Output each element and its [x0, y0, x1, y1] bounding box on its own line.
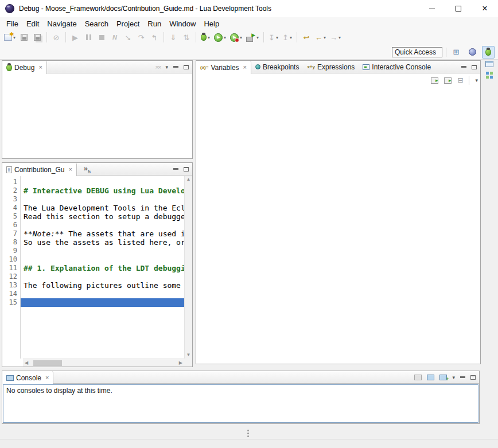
- show-type-names-icon[interactable]: [431, 77, 438, 84]
- code-line[interactable]: [21, 221, 184, 229]
- back-button[interactable]: ←▾: [313, 31, 328, 44]
- minimize-view-icon[interactable]: [173, 168, 178, 170]
- tab-console[interactable]: Console ×: [2, 371, 53, 384]
- close-tab-icon[interactable]: ×: [68, 166, 72, 173]
- drop-to-frame-button[interactable]: ⇓: [167, 31, 180, 44]
- step-into-button[interactable]: ↘: [122, 31, 134, 44]
- minimize-view-icon[interactable]: [173, 66, 178, 68]
- collapse-all-icon[interactable]: ⊟: [457, 77, 463, 84]
- open-perspective-button[interactable]: ⊞: [450, 46, 462, 59]
- code-line[interactable]: The following pictures outline some o: [21, 281, 184, 290]
- tab-expressions[interactable]: x+y Expressions: [303, 61, 359, 73]
- minimize-view-icon[interactable]: [461, 66, 466, 68]
- ldt-perspective-button[interactable]: [466, 46, 478, 59]
- editor-horizontal-scrollbar[interactable]: ◀ ▶: [23, 359, 184, 367]
- scroll-down-icon[interactable]: ▼: [186, 353, 191, 357]
- resume-button[interactable]: ▶: [69, 31, 81, 44]
- line-number[interactable]: 8: [2, 238, 20, 247]
- maximize-view-icon[interactable]: [472, 65, 477, 69]
- next-annotation-button[interactable]: ↧▾: [267, 31, 280, 44]
- code-line[interactable]: So use the assets as listed here, or y: [21, 238, 184, 247]
- line-number[interactable]: 4: [2, 204, 20, 212]
- tab-breakpoints[interactable]: Breakpoints: [251, 61, 303, 73]
- menu-search[interactable]: Search: [81, 18, 112, 29]
- tab-contribution-guide[interactable]: Contribution_Gu ×: [2, 163, 77, 176]
- remove-terminated-icon[interactable]: ××: [155, 64, 161, 71]
- line-number[interactable]: 15: [2, 298, 20, 307]
- menu-help[interactable]: Help: [200, 18, 223, 29]
- open-console-icon[interactable]: [439, 375, 447, 380]
- close-tab-icon[interactable]: ×: [45, 375, 49, 381]
- editor-lines[interactable]: # Interactive DEBUG using Lua Develop Th…: [21, 176, 184, 359]
- run-button[interactable]: ▾: [212, 31, 228, 44]
- code-line[interactable]: [21, 178, 184, 186]
- menu-run[interactable]: Run: [143, 18, 165, 29]
- code-line[interactable]: Read this section to setup a debugger: [21, 212, 184, 221]
- menu-project[interactable]: Project: [112, 18, 143, 29]
- code-line[interactable]: [21, 255, 184, 264]
- last-edit-location-button[interactable]: ↩: [300, 31, 313, 44]
- line-number[interactable]: 10: [2, 255, 20, 264]
- code-line[interactable]: [21, 195, 184, 204]
- close-tab-icon[interactable]: ×: [243, 64, 247, 71]
- line-number[interactable]: 7: [2, 229, 20, 238]
- close-window-button[interactable]: ×: [472, 0, 498, 17]
- view-menu-icon[interactable]: ▾: [165, 64, 168, 70]
- maximize-window-button[interactable]: [445, 0, 472, 17]
- scroll-up-icon[interactable]: ▲: [186, 177, 191, 182]
- step-return-button[interactable]: ↰: [148, 31, 161, 44]
- editor-tab-overflow[interactable]: »5: [84, 164, 91, 174]
- scrollbar-thumb[interactable]: [33, 360, 62, 366]
- code-line[interactable]: ## 1. Explanation of the LDT debuggin: [21, 264, 184, 272]
- line-number[interactable]: 3: [2, 195, 20, 204]
- code-line[interactable]: [21, 290, 184, 298]
- outline-view-icon[interactable]: [486, 72, 493, 79]
- editor-text-area[interactable]: 123456789101112131415 # Interactive DEBU…: [2, 176, 184, 359]
- line-number[interactable]: 2: [2, 186, 20, 195]
- previous-annotation-button[interactable]: ↥▾: [281, 31, 294, 44]
- line-number[interactable]: 9: [2, 247, 20, 255]
- console-content[interactable]: No consoles to display at this time.: [3, 384, 478, 423]
- line-number[interactable]: 12: [2, 272, 20, 281]
- code-line[interactable]: **Note:** The assets that are used in: [21, 229, 184, 238]
- save-all-button[interactable]: [31, 31, 44, 44]
- dropdown-icon[interactable]: ▾: [452, 375, 455, 380]
- code-line[interactable]: [21, 298, 184, 307]
- new-button[interactable]: ▾: [2, 31, 17, 44]
- external-tools-button[interactable]: ▾: [244, 31, 260, 44]
- debug-perspective-button[interactable]: [482, 46, 495, 59]
- display-selected-console-icon[interactable]: [427, 375, 434, 380]
- menu-window[interactable]: Window: [165, 18, 200, 29]
- code-line[interactable]: The Lua Development Tools in the Ecli: [21, 204, 184, 212]
- line-number[interactable]: 6: [2, 221, 20, 229]
- use-step-filters-button[interactable]: ⇅: [180, 31, 193, 44]
- debug-view-content[interactable]: [2, 74, 192, 158]
- terminate-button[interactable]: [95, 31, 108, 44]
- maximize-view-icon[interactable]: [184, 65, 189, 69]
- view-menu-icon[interactable]: ▾: [475, 77, 478, 83]
- code-line[interactable]: [21, 272, 184, 281]
- disconnect-button[interactable]: N: [108, 31, 121, 44]
- suspend-button[interactable]: [82, 31, 95, 44]
- maximize-view-icon[interactable]: [470, 375, 476, 380]
- tab-variables[interactable]: (x)= Variables ×: [196, 61, 251, 74]
- menu-edit[interactable]: Edit: [22, 18, 43, 29]
- tab-debug[interactable]: Debug ×: [2, 61, 47, 74]
- forward-button[interactable]: →▾: [328, 31, 343, 44]
- debug-button[interactable]: ▾: [199, 31, 212, 44]
- open-console-page-icon[interactable]: [414, 375, 422, 380]
- menu-navigate[interactable]: Navigate: [43, 18, 80, 29]
- close-tab-icon[interactable]: ×: [38, 64, 42, 71]
- line-number[interactable]: 14: [2, 290, 20, 298]
- line-number[interactable]: 13: [2, 281, 20, 290]
- sash-handle[interactable]: [247, 430, 249, 431]
- skip-breakpoints-button[interactable]: ⊘: [50, 31, 63, 44]
- line-number[interactable]: 5: [2, 212, 20, 221]
- line-number[interactable]: 1: [2, 178, 20, 186]
- line-number[interactable]: 11: [2, 264, 20, 272]
- minimize-window-button[interactable]: [419, 0, 445, 17]
- code-line[interactable]: [21, 247, 184, 255]
- variables-content[interactable]: [196, 87, 480, 364]
- minimize-view-icon[interactable]: [460, 376, 465, 378]
- step-over-button[interactable]: ↷: [135, 31, 147, 44]
